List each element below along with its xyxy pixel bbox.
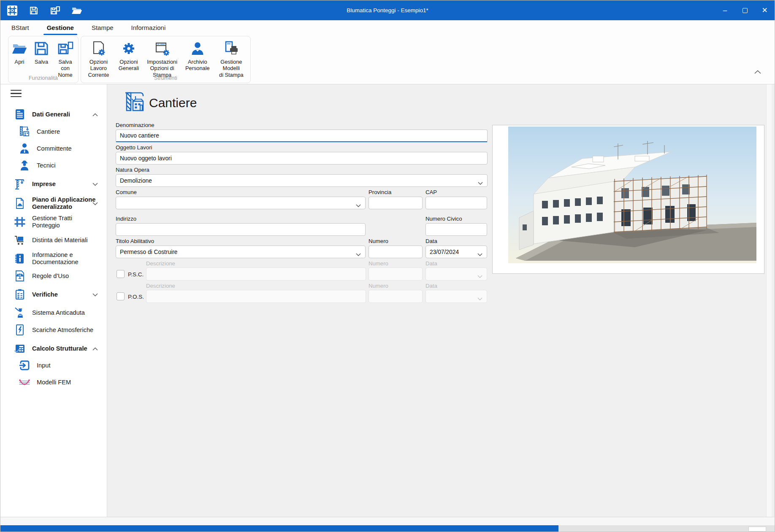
natura-opera-label: Natura Opera <box>116 167 149 173</box>
pos-checkbox-label: P.O.S. <box>128 294 144 300</box>
save-as-icon <box>57 40 74 57</box>
comune-label: Comune <box>116 189 137 195</box>
psc-data-label: Data <box>425 260 437 267</box>
ribbon: Apri Salva Salvacon Nome Funzionalità Op… <box>0 35 775 84</box>
chevron-up-icon <box>92 345 98 352</box>
sidebar-item-verifiche[interactable]: Verifiche <box>0 288 107 301</box>
psc-numero-input <box>369 267 423 281</box>
numero-civico-input[interactable] <box>425 223 487 236</box>
sidebar-item-sistema-anticaduta[interactable]: Sistema Anticaduta <box>0 306 107 319</box>
tab-stampe[interactable]: Stampe <box>92 20 114 35</box>
status-bar <box>0 517 775 532</box>
salva-button[interactable]: Salva <box>30 39 52 66</box>
building-3d-preview-panel <box>492 125 764 274</box>
sidebar-item-gestione-tratti[interactable]: Gestione Tratti Ponteggio <box>0 215 107 229</box>
titolo-abilitativo-select[interactable]: Permesso di Costruire <box>116 246 366 258</box>
numero-input[interactable] <box>369 246 423 258</box>
document-helmet-icon <box>14 197 26 210</box>
gestione-modelli-stampa-button[interactable]: Gestione Modellidi Stampa <box>212 39 250 79</box>
sidebar-item-cantiere[interactable]: Cantiere <box>0 125 107 138</box>
save-icon[interactable] <box>28 5 39 16</box>
oggetto-lavori-label: Oggetto Lavori <box>116 144 152 151</box>
person-info-icon <box>18 142 31 155</box>
save-icon <box>33 40 50 57</box>
psc-descrizione-label: Descrizione <box>146 260 175 267</box>
titolo-abilitativo-label: Titolo Abilitativo <box>116 238 154 244</box>
gear-icon <box>120 40 137 57</box>
building-3d-render <box>508 127 756 263</box>
psc-checkbox[interactable] <box>117 270 125 278</box>
chevron-down-icon <box>356 202 361 208</box>
window-controls: – ✕ <box>715 0 775 20</box>
indirizzo-input[interactable] <box>116 223 366 236</box>
apri-button[interactable]: Apri <box>8 39 30 66</box>
cantiere-page-icon <box>123 90 147 116</box>
tab-informazioni[interactable]: Informazioni <box>131 20 166 35</box>
chevron-down-icon <box>477 273 482 279</box>
scrollbar-track[interactable] <box>766 84 772 517</box>
oggetto-lavori-input[interactable] <box>116 152 488 165</box>
comune-select[interactable] <box>116 197 366 209</box>
crane-building-icon <box>18 125 31 138</box>
sidebar-item-dati-generali[interactable]: Dati Generali <box>0 108 107 121</box>
status-bar-accent <box>0 525 558 532</box>
sidebar-item-modelli-fem[interactable]: Modelli FEM <box>0 375 107 389</box>
close-button[interactable]: ✕ <box>755 0 775 20</box>
chevron-down-icon <box>356 251 361 257</box>
natura-opera-select[interactable]: Demolizione <box>116 174 488 187</box>
sidebar-item-imprese[interactable]: Imprese <box>0 177 107 191</box>
cap-label: CAP <box>425 189 437 195</box>
document-scales-icon <box>14 270 26 282</box>
structural-calc-icon <box>14 342 26 355</box>
cap-input[interactable] <box>425 197 487 209</box>
hamburger-menu-icon[interactable] <box>11 90 22 97</box>
indirizzo-label: Indirizzo <box>116 216 136 222</box>
fall-protection-icon <box>14 306 26 319</box>
sidebar-item-piano-applicazione[interactable]: Piano di Applicazione Generalizzato <box>0 195 107 212</box>
pos-checkbox[interactable] <box>117 292 125 300</box>
sidebar-item-calcolo-strutturale[interactable]: Calcolo Strutturale <box>0 342 107 355</box>
archivio-personale-button[interactable]: ArchivioPersonale <box>183 39 212 73</box>
status-bar-chip <box>748 527 766 532</box>
sidebar-item-distinta-materiali[interactable]: Distinta dei Materiali <box>0 233 107 247</box>
titlebar: Blumatica Ponteggi - Esempio1* – ✕ <box>0 0 775 20</box>
person-icon <box>189 40 206 57</box>
psc-numero-label: Numero <box>369 260 388 267</box>
save-as-icon[interactable] <box>49 5 61 16</box>
tab-bstart[interactable]: BStart <box>11 20 29 35</box>
chevron-up-icon <box>754 70 761 74</box>
sidebar-item-scariche-atmosferiche[interactable]: Scariche Atmosferiche <box>0 323 107 337</box>
lightning-document-icon <box>14 324 26 336</box>
psc-checkbox-label: P.S.C. <box>128 271 144 278</box>
salva-con-nome-button[interactable]: Salvacon Nome <box>52 39 78 79</box>
provincia-input[interactable] <box>369 197 423 209</box>
chevron-down-icon <box>92 200 98 207</box>
opzioni-lavoro-corrente-button[interactable]: Opzioni LavoroCorrente <box>81 39 116 79</box>
minimize-button[interactable]: – <box>715 0 735 20</box>
open-folder-icon[interactable] <box>71 5 82 16</box>
data-select[interactable]: 23/07/2024 <box>425 246 487 258</box>
ribbon-group-label: Funzionalità <box>8 75 78 81</box>
ribbon-collapse-button[interactable] <box>754 68 761 76</box>
sidebar-item-input[interactable]: Input <box>0 359 107 372</box>
app-window: Blumatica Ponteggi - Esempio1* – ✕ BStar… <box>0 0 775 532</box>
tab-gestione[interactable]: Gestione <box>47 20 74 35</box>
ribbon-group-label: Strumenti <box>81 75 250 81</box>
sidebar-item-informazione-documentazione[interactable]: Informazione e Documentazione <box>0 252 107 265</box>
opzioni-generali-button[interactable]: OpzioniGenerali <box>116 39 141 73</box>
menu-tabbar: BStart Gestione Stampe Informazioni <box>0 20 775 35</box>
denominazione-input[interactable] <box>116 130 488 142</box>
sidebar-item-regole-uso[interactable]: Regole d'Uso <box>0 269 107 283</box>
maximize-button[interactable] <box>735 0 755 20</box>
pos-data-select <box>425 290 487 303</box>
impostazioni-opzioni-stampa-button[interactable]: ImpostazioniOpzioni di Stampa <box>141 39 183 79</box>
pos-descrizione-label: Descrizione <box>146 283 175 289</box>
document-icon <box>14 108 26 121</box>
pos-numero-input <box>369 290 423 303</box>
app-logo-icon[interactable] <box>6 5 18 16</box>
window-title: Blumatica Ponteggi - Esempio1* <box>347 0 428 20</box>
sidebar-item-committente[interactable]: Committente <box>0 142 107 155</box>
quick-access-toolbar <box>0 5 82 16</box>
status-bar-right <box>558 525 775 532</box>
sidebar-item-tecnici[interactable]: Tecnici <box>0 159 107 172</box>
